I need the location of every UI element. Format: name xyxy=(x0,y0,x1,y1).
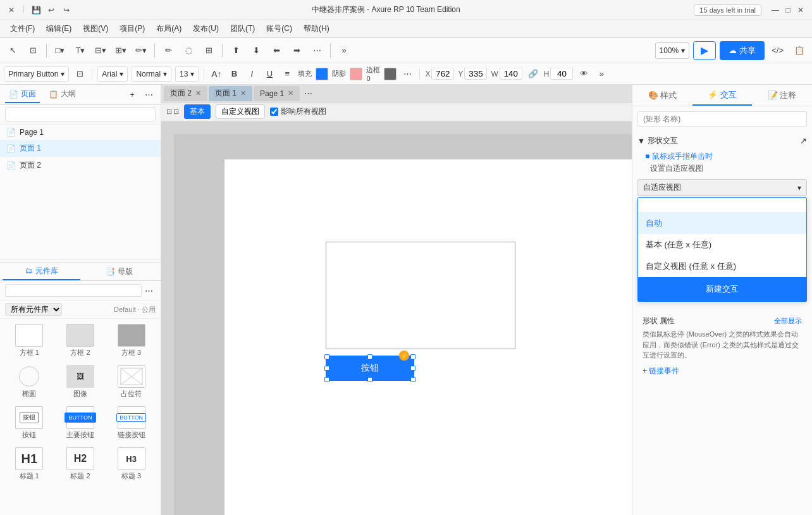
comp-h1[interactable]: H1 标题 1 xyxy=(5,445,54,483)
pages-tab[interactable]: 📄 页面 xyxy=(5,86,40,103)
menu-layout[interactable]: 布局(A) xyxy=(151,22,187,36)
menu-project[interactable]: 项目(P) xyxy=(114,22,150,36)
comp-filter-select[interactable]: 所有元件库 xyxy=(5,303,62,316)
more-right[interactable]: » xyxy=(594,67,608,81)
link-events-btn[interactable]: + 链接事件 xyxy=(643,366,802,376)
border-color[interactable] xyxy=(384,68,397,80)
new-interaction-btn[interactable]: 新建交互 xyxy=(638,277,806,301)
menu-file[interactable]: 文件(F) xyxy=(5,22,40,36)
resize-ml[interactable] xyxy=(324,366,329,371)
menu-edit[interactable]: 编辑(E) xyxy=(41,22,77,36)
resize-tm[interactable] xyxy=(367,354,372,359)
dropdown-search-input[interactable] xyxy=(638,198,806,212)
page-search-input[interactable] xyxy=(5,108,156,121)
w-input[interactable] xyxy=(500,68,522,80)
pencil-tool[interactable]: ✏ xyxy=(159,42,177,59)
pen-tool[interactable]: ✏▾ xyxy=(132,42,150,59)
code-view-button[interactable]: </> xyxy=(768,42,787,59)
comp-placeholder[interactable]: 占位符 xyxy=(107,363,156,401)
comp-rect2[interactable]: 方框 2 xyxy=(56,321,105,360)
shadow-color[interactable] xyxy=(350,68,362,80)
redo-button[interactable]: ↪ xyxy=(60,4,73,16)
comp-search-input[interactable] xyxy=(5,284,142,297)
align-more[interactable]: ⋯ xyxy=(308,42,326,59)
more-tools[interactable]: » xyxy=(335,42,353,59)
h-input[interactable] xyxy=(550,68,573,80)
basic-view-btn[interactable]: 基本 xyxy=(184,104,211,119)
section-toggle[interactable]: ▼ xyxy=(637,137,645,146)
comp-image[interactable]: 🖼 图像 xyxy=(56,363,105,401)
resize-bm[interactable] xyxy=(367,377,372,382)
action-title[interactable]: 设置自适应视图 xyxy=(645,163,807,174)
tab-page2-close[interactable]: ✕ xyxy=(195,89,201,97)
element-icon-btn[interactable]: ⊡ xyxy=(73,67,87,81)
affect-all-checkbox[interactable]: 影响所有视图 xyxy=(270,106,326,117)
canvas-tab-page2[interactable]: 页面 2 ✕ xyxy=(164,86,207,101)
italic-button[interactable]: I xyxy=(245,67,259,81)
comp-link-button[interactable]: BUTTON 链接按钮 xyxy=(107,404,156,442)
dropdown-option-auto[interactable]: 自动 xyxy=(638,213,806,234)
comp-rect1[interactable]: 方框 1 xyxy=(5,321,54,360)
page-item-page1[interactable]: 📄 Page 1 xyxy=(0,125,161,140)
share-button[interactable]: ☁ 共享 xyxy=(720,41,765,60)
text-tool[interactable]: T▾ xyxy=(71,42,89,59)
align-top[interactable]: ⬆ xyxy=(227,42,245,59)
menu-team[interactable]: 团队(T) xyxy=(225,22,260,36)
align-left[interactable]: ⬅ xyxy=(268,42,285,59)
select-tool[interactable]: ↖ xyxy=(4,42,22,59)
shape-name-input[interactable] xyxy=(637,111,807,127)
fit-tool[interactable]: ⊞ xyxy=(200,42,218,59)
tab-page1-close[interactable]: ✕ xyxy=(240,89,246,97)
event-title[interactable]: ■ 鼠标或手指单击时 xyxy=(645,151,807,162)
comp-lib-tab[interactable]: 🗂 元件库 xyxy=(3,263,80,280)
dropdown-option-basic[interactable]: 基本 (任意 x 任意) xyxy=(638,234,806,256)
close-button[interactable]: ✕ xyxy=(5,4,18,16)
x-input[interactable] xyxy=(431,68,454,80)
resize-mr[interactable] xyxy=(410,366,415,371)
save-button[interactable]: 💾 xyxy=(30,4,42,16)
y-input[interactable] xyxy=(464,68,487,80)
font-size-increase[interactable]: A↑ xyxy=(209,67,223,81)
affect-all-input[interactable] xyxy=(270,108,278,116)
list-button[interactable]: ≡ xyxy=(280,67,294,81)
input-tool[interactable]: ⊟▾ xyxy=(92,42,109,59)
align-right[interactable]: ➡ xyxy=(288,42,305,59)
show-all-btn[interactable]: 全部显示 xyxy=(774,316,802,326)
resize-br[interactable] xyxy=(410,377,415,382)
resize-tl[interactable] xyxy=(324,354,329,359)
eraser-tool[interactable]: ◌ xyxy=(180,42,197,59)
page-item-page-1-cn[interactable]: 📄 页面 1 xyxy=(0,140,161,157)
comp-button[interactable]: 按钮 按钮 xyxy=(5,404,54,442)
eye-button[interactable]: 👁 xyxy=(577,67,591,81)
resize-bl[interactable] xyxy=(324,377,329,382)
preview-button[interactable]: 📋 xyxy=(790,42,808,59)
zoom-dropdown[interactable]: 100% ▾ xyxy=(655,42,690,59)
master-tab[interactable]: 📑 母版 xyxy=(80,264,158,280)
align-bottom[interactable]: ⬇ xyxy=(247,42,265,59)
add-page-btn[interactable]: + xyxy=(125,88,139,102)
outline-tab[interactable]: 📋 大纲 xyxy=(45,86,80,103)
maximize-button[interactable]: □ xyxy=(782,4,794,16)
underline-button[interactable]: U xyxy=(262,67,276,81)
menu-view[interactable]: 视图(V) xyxy=(78,22,113,36)
page-item-page-2-cn[interactable]: 📄 页面 2 xyxy=(0,157,161,174)
comp-h3[interactable]: H3 标题 3 xyxy=(107,445,156,483)
canvas-page[interactable]: 按钮 ⚡ xyxy=(225,159,632,515)
bold-button[interactable]: B xyxy=(227,67,241,81)
play-button[interactable]: ▶ xyxy=(693,41,716,60)
crop-tool[interactable]: ⊡ xyxy=(24,42,42,59)
comp-rect3[interactable]: 方框 3 xyxy=(107,321,156,360)
tab-page1-en-close[interactable]: ✕ xyxy=(288,89,293,97)
external-link-icon[interactable]: ↗ xyxy=(800,136,807,146)
comp-more-btn[interactable]: ⋯ xyxy=(142,283,156,297)
menu-account[interactable]: 账号(C) xyxy=(261,22,297,36)
canvas-tab-page1-en[interactable]: Page 1 ✕ xyxy=(254,86,300,101)
canvas-scroll[interactable]: 00 600 700 800 900 1000 1100 按钮 xyxy=(161,121,632,515)
resize-tr[interactable] xyxy=(410,354,415,359)
table-tool[interactable]: ⊞▾ xyxy=(112,42,130,59)
style-dropdown[interactable]: Normal ▾ xyxy=(132,66,171,82)
comp-primary-button[interactable]: BUTTON 主要按钮 xyxy=(56,404,105,442)
style-tab[interactable]: 🎨 样式 xyxy=(632,86,692,105)
canvas-background[interactable]: 00 600 700 800 900 1000 1100 按钮 xyxy=(174,134,632,515)
interaction-tab[interactable]: ⚡ 交互 xyxy=(692,85,753,106)
